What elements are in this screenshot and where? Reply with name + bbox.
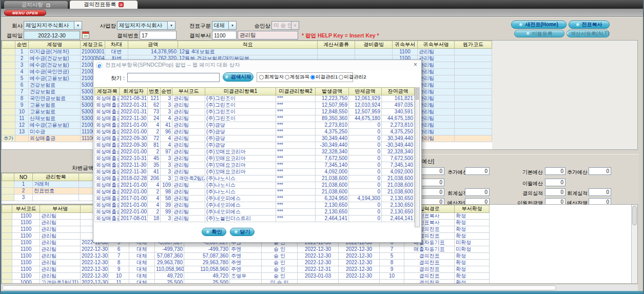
cell[interactable]: 12월 4대보험료 <box>178 49 318 55</box>
cell[interactable] <box>455 129 492 135</box>
cell[interactable]: (주)그린조이 <box>205 115 276 122</box>
cell[interactable]: 2022-12-30 <box>81 246 109 253</box>
cell[interactable] <box>2 246 12 253</box>
cell[interactable]: 29,963,780 <box>155 260 184 266</box>
cell[interactable] <box>2 55 15 62</box>
cell[interactable]: 2022-12-30 <box>339 246 380 253</box>
cell[interactable]: 3 <box>161 109 172 115</box>
cell[interactable]: 4,092,000 <box>382 169 415 175</box>
cell[interactable] <box>455 135 492 142</box>
cell[interactable]: 외상매출금 <box>95 195 120 202</box>
cell[interactable]: 대체 <box>129 253 155 260</box>
cell[interactable]: 25,500 <box>155 280 184 284</box>
cell[interactable]: 2022-01-00 <box>120 149 148 155</box>
cell[interactable]: 3 <box>14 194 33 201</box>
cell[interactable]: 21,038,600 <box>382 182 415 189</box>
slip-type-select[interactable]: 대체 ▼ <box>212 21 237 30</box>
cell[interactable]: 4 <box>148 182 161 189</box>
cell[interactable] <box>455 102 492 109</box>
cell[interactable]: 2022-12-31 <box>298 266 339 273</box>
cell[interactable] <box>298 280 339 284</box>
cell[interactable]: 미수금 <box>29 129 81 135</box>
cell[interactable]: *** <box>276 175 316 182</box>
cell[interactable]: 1000 <box>12 280 40 284</box>
copy-slip-button[interactable]: 전표복사 <box>569 21 610 29</box>
cell[interactable]: 승 인 <box>262 273 298 280</box>
cell[interactable] <box>455 69 492 75</box>
cell[interactable]: 57,087,360 <box>184 253 230 260</box>
cell[interactable]: 4,375,250 <box>316 129 349 135</box>
cell[interactable]: 외상매출금 <box>95 95 120 102</box>
cell[interactable]: 4 <box>148 122 161 129</box>
cell[interactable]: 1100 <box>12 220 40 226</box>
cell[interactable]: 2022-12-30 <box>339 266 380 273</box>
cell[interactable]: 확정 <box>455 266 490 273</box>
tab-notice[interactable]: 공지사항 × <box>4 1 68 9</box>
cell[interactable]: 98 <box>161 189 172 195</box>
cell[interactable] <box>33 194 79 201</box>
cell[interactable]: 21,038,600 <box>316 189 349 195</box>
site-select[interactable]: 제일저지주식회사 ▼ <box>117 21 175 30</box>
cell[interactable] <box>2 62 15 69</box>
cell[interactable] <box>2 95 15 102</box>
cell[interactable]: 미확정 <box>455 246 490 253</box>
cell[interactable]: 5 <box>380 253 404 260</box>
cell[interactable]: 관리팀 <box>418 55 455 62</box>
cell[interactable]: 1100 <box>12 266 40 273</box>
cell[interactable]: 110,058,960 <box>184 266 230 273</box>
cell[interactable]: 관리팀 <box>172 122 205 129</box>
cell[interactable]: 건강보험료 <box>29 89 81 95</box>
cell[interactable] <box>2 226 12 233</box>
cell[interactable]: 외상매출금 <box>29 135 81 142</box>
cell[interactable]: 2022-01-00 <box>120 129 148 135</box>
cell[interactable]: 2022-12-30 <box>81 253 109 260</box>
cell[interactable]: 10 <box>109 273 129 280</box>
cell[interactable]: 1100 <box>12 213 40 220</box>
cell[interactable]: 3 <box>161 155 172 162</box>
cell[interactable]: 6 <box>15 82 29 89</box>
cell[interactable]: 21000301 <box>81 49 105 55</box>
cell[interactable] <box>455 109 492 115</box>
cell[interactable]: 2022-12-30 <box>298 253 339 260</box>
cell[interactable]: 관리팀 <box>172 142 205 149</box>
cell[interactable]: 관리팀 <box>40 253 81 260</box>
cell[interactable]: 2 <box>148 129 161 135</box>
cell[interactable]: 25,500 <box>184 280 230 284</box>
cell[interactable]: (주)꼬매요코리아 <box>205 162 276 169</box>
cell[interactable]: 2022-12-30 <box>339 273 380 280</box>
cell[interactable]: (주)금당 <box>205 129 276 135</box>
cell[interactable]: 결의전표 <box>404 253 455 260</box>
cell[interactable]: 12,223,750 <box>316 95 349 102</box>
cell[interactable]: 고용보험료 <box>29 102 81 109</box>
cell[interactable]: *** <box>276 109 316 115</box>
cell[interactable]: 주엔 <box>230 260 262 266</box>
cell[interactable] <box>2 233 12 240</box>
cell[interactable]: 6,324,950 <box>316 195 349 202</box>
budget-value[interactable]: 0 <box>545 179 565 186</box>
cell[interactable]: 99 <box>161 209 172 215</box>
search-scope-option[interactable]: 미결관리2 <box>338 74 366 81</box>
cell[interactable]: 6 <box>109 246 129 253</box>
cell[interactable]: 2,130,650 <box>316 209 349 215</box>
cell[interactable]: 35 <box>148 162 161 169</box>
cell[interactable]: -499,730 <box>155 246 184 253</box>
cell[interactable]: 외상매출금 <box>95 189 120 195</box>
cell[interactable]: 관리팀 <box>418 75 455 82</box>
cell[interactable]: 121 <box>148 95 161 102</box>
cell[interactable]: 9 <box>109 266 129 273</box>
menu-open-button[interactable]: MENU OPEN <box>4 10 46 16</box>
cell[interactable]: 결의전표 <box>404 273 455 280</box>
cell[interactable]: 외상매출금 <box>95 142 120 149</box>
ok-button[interactable]: 확인 <box>202 228 226 236</box>
cell[interactable]: 관리팀 <box>418 69 455 75</box>
cell[interactable]: 32,328,340 <box>382 149 415 155</box>
cell[interactable]: 0 <box>349 129 382 135</box>
dept-code-field[interactable]: 1100 <box>212 31 237 40</box>
cell[interactable]: *** <box>276 215 316 222</box>
cell[interactable]: 확정 <box>455 220 490 226</box>
cell[interactable]: 41 <box>148 169 161 175</box>
cell[interactable]: 2022-12-30 <box>339 260 380 266</box>
cell[interactable]: 관리팀 <box>418 82 455 89</box>
cell[interactable]: 관리팀 <box>40 246 81 253</box>
cell[interactable]: 21,038,600 <box>382 189 415 195</box>
